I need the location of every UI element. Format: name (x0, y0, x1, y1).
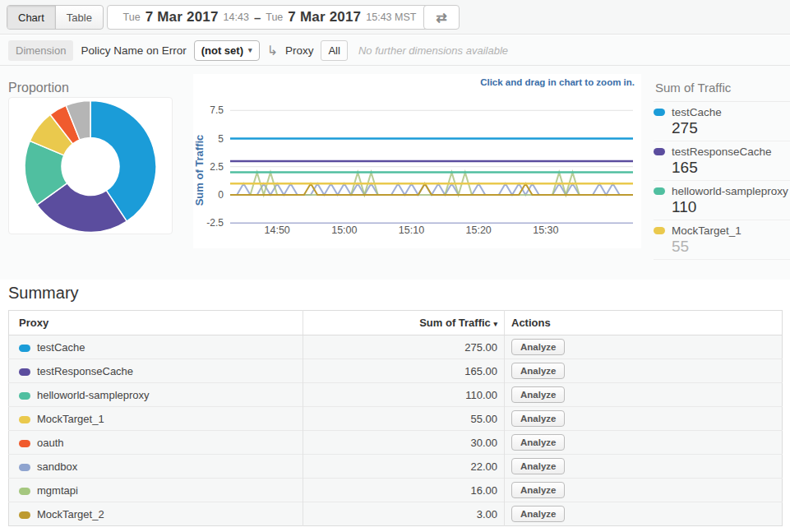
dimension-name: Policy Name on Error (81, 44, 186, 57)
traffic-value: 275.00 (303, 335, 505, 359)
charts-section: Proportion Click and drag in chart to zo… (0, 66, 790, 280)
traffic-line-chart[interactable]: Sum of Traffic 7.552.50-2.514:5015:0015:… (193, 92, 641, 248)
y-tick-label: 7.5 (210, 104, 224, 116)
table-tab[interactable]: Table (55, 6, 103, 29)
x-tick-label: 15:20 (466, 224, 492, 236)
actions-column-header: Actions (505, 311, 783, 335)
legend-item-testResponseCache[interactable]: testResponseCache165 (654, 141, 790, 181)
legend-value: 165 (672, 159, 790, 177)
analyze-button-helloworld-sampleproxy[interactable]: Analyze (511, 386, 565, 403)
proxy-name: testResponseCache (37, 365, 133, 377)
legend-item-helloworld-sampleproxy[interactable]: helloworld-sampleproxy110 (654, 181, 790, 220)
traffic-value: 165.00 (303, 359, 505, 383)
traffic-column-label: Sum of Traffic (419, 317, 491, 329)
proxy-color-dot (19, 368, 30, 376)
proxy-color-dot (19, 416, 30, 423)
y-axis-label: Sum of Traffic (193, 135, 206, 206)
legend-label: testResponseCache (672, 146, 772, 158)
legend-value: 275 (672, 119, 790, 137)
analyze-button-MockTarget_2[interactable]: Analyze (511, 506, 565, 522)
legend-label: testCache (672, 106, 722, 118)
x-tick-label: 15:30 (533, 224, 558, 236)
y-tick-label: -2.5 (206, 217, 224, 229)
table-row-mgmtapi: mgmtapi16.00Analyze (9, 479, 783, 502)
proxy-name: sandbox (37, 460, 77, 473)
date-range-picker[interactable]: Tue 7 Mar 2017 14:43 – Tue 7 Mar 2017 15… (107, 5, 432, 30)
traffic-value: 30.00 (303, 431, 505, 455)
chart-legend: Sum of Traffic testCache275testResponseC… (654, 77, 790, 260)
traffic-value: 110.00 (303, 383, 505, 407)
series-line-MockTarget_2 (230, 183, 633, 195)
summary-table: Proxy Sum of Traffic ▾ Actions testCache… (8, 310, 783, 526)
dimension-bar: Dimension Policy Name on Error (not set)… (0, 35, 790, 66)
analyze-button-testResponseCache[interactable]: Analyze (511, 363, 565, 379)
analyze-button-MockTarget_1[interactable]: Analyze (511, 410, 565, 427)
table-row-MockTarget_2: MockTarget_23.00Analyze (9, 502, 783, 526)
traffic-value: 3.00 (303, 502, 505, 526)
proxy-color-dot (19, 440, 30, 447)
legend-title: Sum of Traffic (654, 77, 790, 102)
table-row-testResponseCache: testResponseCache165.00Analyze (9, 359, 783, 383)
traffic-value: 55.00 (303, 407, 505, 431)
x-tick-label: 15:00 (331, 224, 357, 236)
end-date: 7 Mar 2017 (288, 9, 361, 25)
x-tick-label: 15:10 (399, 224, 424, 236)
proxy-column-header: Proxy (9, 311, 303, 335)
proportion-donut-chart[interactable] (9, 98, 172, 234)
proxy-color-dot (19, 511, 30, 519)
y-tick-label: 2.5 (210, 161, 224, 173)
drilldown-arrow-icon: ↳ (267, 43, 278, 58)
chart-tab[interactable]: Chart (7, 6, 55, 29)
legend-items: testCache275testResponseCache165hellowor… (654, 102, 790, 260)
x-tick-label: 14:50 (265, 224, 290, 236)
start-date: 7 Mar 2017 (146, 9, 219, 25)
legend-color-dot (654, 148, 665, 155)
summary-title: Summary (8, 284, 79, 303)
proxy-name: oauth (37, 437, 64, 449)
sort-desc-icon: ▾ (493, 320, 497, 328)
proxy-name: MockTarget_1 (37, 413, 104, 425)
series-line-sandbox (230, 183, 633, 195)
proxy-name: mgmtapi (37, 484, 78, 497)
end-time: 15:43 MST (366, 12, 416, 23)
start-time: 14:43 (224, 12, 249, 23)
analyze-button-sandbox[interactable]: Analyze (511, 458, 565, 474)
legend-value: 55 (672, 238, 790, 256)
start-day: Tue (123, 12, 141, 23)
table-row-oauth: oauth30.00Analyze (9, 431, 783, 455)
legend-item-MockTarget_1[interactable]: MockTarget_155 (654, 220, 790, 260)
analyze-button-oauth[interactable]: Analyze (511, 434, 565, 451)
chevron-down-icon: ▾ (248, 46, 252, 54)
dimension-label: Dimension (8, 40, 73, 61)
traffic-value: 22.00 (303, 455, 505, 479)
y-tick-label: 5 (218, 133, 224, 145)
traffic-line-chart-area: Click and drag in chart to zoom in. Sum … (193, 74, 641, 248)
proxy-all-filter[interactable]: All (321, 40, 347, 61)
table-row-testCache: testCache275.00Analyze (9, 335, 783, 359)
analyze-button-testCache[interactable]: Analyze (511, 339, 565, 355)
table-row-MockTarget_1: MockTarget_155.00Analyze (9, 407, 783, 431)
dimension-value-dropdown[interactable]: (not set) ▾ (194, 40, 260, 61)
y-tick-label: 0 (218, 189, 224, 201)
legend-color-dot (654, 109, 665, 116)
dimensions-note: No further dimensions available (358, 44, 508, 57)
refresh-button[interactable]: ⇄ (423, 5, 460, 30)
date-range-dash: – (254, 11, 261, 25)
summary-table-header: Proxy Sum of Traffic ▾ Actions (9, 311, 783, 335)
dimension-selected-value: (not set) (201, 44, 243, 57)
proxy-name: helloworld-sampleproxy (37, 389, 150, 401)
legend-color-dot (654, 187, 665, 195)
table-row-sandbox: sandbox22.00Analyze (9, 455, 783, 479)
legend-color-dot (654, 227, 665, 234)
traffic-column-header[interactable]: Sum of Traffic ▾ (303, 311, 505, 335)
analytics-page: Chart Table Tue 7 Mar 2017 14:43 – Tue 7… (0, 0, 790, 532)
legend-label: helloworld-sampleproxy (672, 185, 788, 197)
analyze-button-mgmtapi[interactable]: Analyze (511, 482, 565, 498)
legend-item-testCache[interactable]: testCache275 (654, 102, 790, 141)
zoom-hint-text: Click and drag in chart to zoom in. (480, 77, 635, 87)
legend-label: MockTarget_1 (672, 224, 741, 237)
traffic-value: 16.00 (303, 479, 505, 502)
chart-table-toggle: Chart Table (7, 5, 104, 30)
proportion-donut-card (8, 97, 173, 234)
refresh-icon: ⇄ (436, 10, 446, 25)
